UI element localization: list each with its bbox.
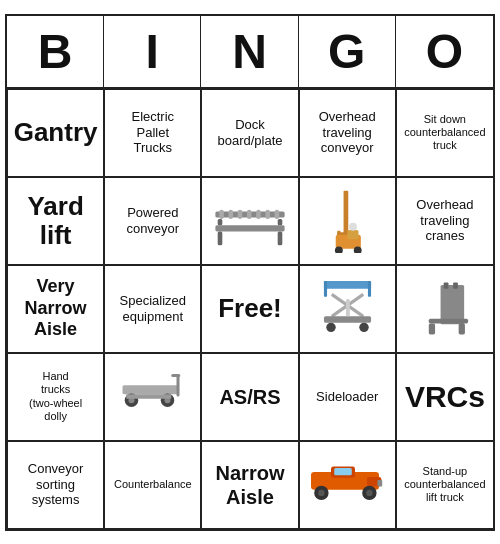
cell-r2c4[interactable]	[299, 177, 396, 265]
svg-rect-8	[275, 209, 280, 218]
svg-rect-20	[347, 230, 358, 239]
cell-r1c3[interactable]: Dockboard/plate	[201, 89, 298, 177]
svg-rect-24	[368, 281, 371, 297]
cell-r2c2[interactable]: Poweredconveyor	[104, 177, 201, 265]
cell-text-r5c3: NarrowAisle	[216, 461, 285, 509]
cell-text-r3c1: VeryNarrowAisle	[25, 276, 87, 341]
cell-r3c4[interactable]	[299, 265, 396, 353]
cell-r4c2[interactable]	[104, 353, 201, 441]
fork-attachment-icon	[417, 281, 472, 336]
bingo-grid: Gantry ElectricPalletTrucks Dockboard/pl…	[7, 89, 493, 529]
svg-point-21	[349, 223, 357, 231]
cell-r4c1[interactable]: Handtrucks(two-wheeldolly	[7, 353, 104, 441]
cell-text-r4c5: VRCs	[405, 379, 485, 415]
cell-text-r4c4: Sideloader	[316, 389, 378, 405]
svg-rect-9	[218, 231, 223, 245]
svg-rect-38	[177, 374, 180, 397]
platform-truck-icon	[115, 369, 190, 424]
svg-rect-36	[454, 283, 459, 289]
svg-rect-33	[429, 323, 435, 334]
cell-r5c2[interactable]: Counterbalance	[104, 441, 201, 529]
bingo-header: B I N G O	[7, 16, 493, 89]
svg-rect-3	[228, 209, 233, 218]
svg-rect-37	[123, 385, 179, 394]
svg-rect-30	[346, 299, 350, 316]
svg-point-52	[366, 490, 372, 496]
cell-text-r3c2: Specializedequipment	[120, 293, 187, 324]
svg-rect-44	[127, 394, 172, 399]
cell-r5c1[interactable]: Conveyorsortingsystems	[7, 441, 104, 529]
letter-i: I	[104, 16, 201, 87]
cell-text-r2c5: Overheadtravelingcranes	[416, 197, 473, 244]
cell-text-r5c1: Conveyorsortingsystems	[28, 461, 84, 508]
svg-rect-5	[247, 209, 252, 218]
cell-text-r3c3: Free!	[218, 293, 282, 324]
svg-rect-7	[265, 209, 270, 218]
cell-text-r1c3: Dockboard/plate	[217, 117, 282, 148]
svg-point-28	[326, 323, 335, 332]
cell-r1c4[interactable]: Overheadtravelingconveyor	[299, 89, 396, 177]
reach-truck-icon	[320, 188, 375, 253]
cell-r5c4[interactable]	[299, 441, 396, 529]
scissor-lift-icon	[320, 276, 375, 341]
svg-rect-31	[441, 285, 465, 324]
cell-text-r1c5: Sit downcounterbalancedtruck	[404, 113, 485, 153]
cell-r1c5[interactable]: Sit downcounterbalancedtruck	[396, 89, 493, 177]
svg-rect-12	[278, 219, 283, 225]
cell-r4c4[interactable]: Sideloader	[299, 353, 396, 441]
cell-text-r2c2: Poweredconveyor	[126, 205, 179, 236]
cell-text-r1c4: Overheadtravelingconveyor	[319, 109, 376, 156]
cell-text-r5c2: Counterbalance	[114, 478, 192, 491]
orange-vehicle-icon	[307, 462, 387, 507]
cell-text-r4c1: Handtrucks(two-wheeldolly	[29, 370, 82, 423]
cell-r3c3[interactable]: Free!	[201, 265, 298, 353]
cell-text-r4c3: AS/RS	[219, 385, 280, 409]
cell-r5c5[interactable]: Stand-upcounterbalancedlift truck	[396, 441, 493, 529]
bingo-card: B I N G O Gantry ElectricPalletTrucks Do…	[5, 14, 495, 531]
svg-rect-39	[172, 374, 181, 377]
svg-rect-22	[324, 281, 371, 289]
svg-point-29	[359, 323, 368, 332]
letter-n: N	[201, 16, 298, 87]
cell-r1c1[interactable]: Gantry	[7, 89, 104, 177]
svg-rect-27	[324, 316, 371, 322]
letter-g: G	[299, 16, 396, 87]
svg-rect-34	[459, 323, 465, 334]
svg-rect-48	[334, 468, 352, 475]
svg-rect-10	[278, 231, 283, 245]
cell-text-r2c1: Yardlift	[27, 192, 83, 249]
cell-r4c3[interactable]: AS/RS	[201, 353, 298, 441]
svg-rect-2	[219, 209, 224, 218]
cell-r1c2[interactable]: ElectricPalletTrucks	[104, 89, 201, 177]
svg-rect-11	[218, 219, 223, 225]
svg-rect-35	[444, 283, 449, 289]
cell-r4c5[interactable]: VRCs	[396, 353, 493, 441]
conveyor-table-icon	[210, 196, 290, 246]
cell-text-r1c1: Gantry	[14, 118, 98, 147]
svg-point-50	[318, 490, 324, 496]
cell-r3c1[interactable]: VeryNarrowAisle	[7, 265, 104, 353]
cell-r2c1[interactable]: Yardlift	[7, 177, 104, 265]
svg-rect-23	[324, 281, 327, 297]
svg-rect-6	[256, 209, 261, 218]
svg-rect-4	[238, 209, 243, 218]
cell-text-r1c2: ElectricPalletTrucks	[131, 109, 174, 156]
letter-b: B	[7, 16, 104, 87]
cell-r2c5[interactable]: Overheadtravelingcranes	[396, 177, 493, 265]
cell-text-r5c5: Stand-upcounterbalancedlift truck	[404, 465, 485, 505]
cell-r2c3[interactable]	[201, 177, 298, 265]
letter-o: O	[396, 16, 493, 87]
cell-r5c3[interactable]: NarrowAisle	[201, 441, 298, 529]
svg-rect-13	[343, 191, 348, 234]
cell-r3c2[interactable]: Specializedequipment	[104, 265, 201, 353]
svg-rect-32	[429, 319, 468, 324]
cell-r3c5[interactable]	[396, 265, 493, 353]
svg-rect-1	[215, 225, 284, 231]
svg-rect-53	[378, 480, 383, 486]
